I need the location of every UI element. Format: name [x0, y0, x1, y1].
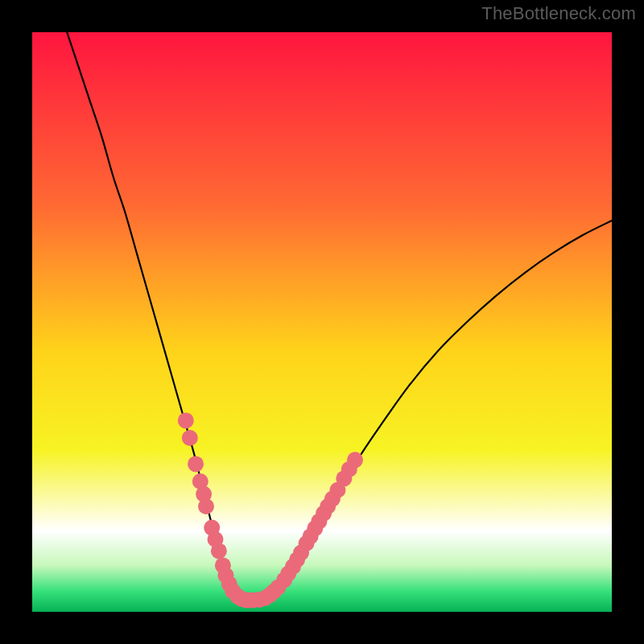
curve-marker	[347, 452, 363, 468]
bottleneck-chart-svg	[32, 32, 612, 612]
curve-marker	[178, 412, 194, 428]
watermark-text: TheBottleneck.com	[481, 3, 636, 24]
curve-marker	[198, 498, 214, 514]
curve-marker	[188, 456, 204, 472]
chart-frame: TheBottleneck.com	[0, 0, 644, 644]
curve-marker	[211, 543, 227, 559]
plot-area	[32, 32, 612, 612]
curve-marker	[182, 430, 198, 446]
